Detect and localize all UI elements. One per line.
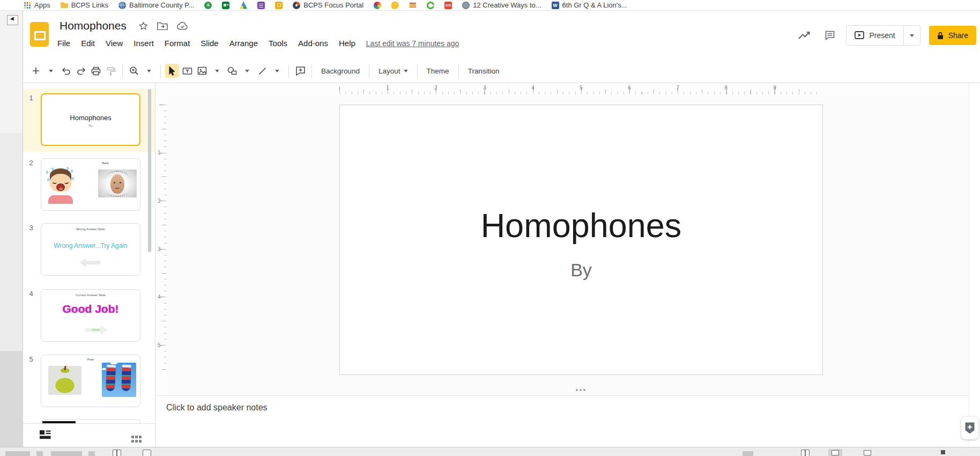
ruler-number: 9 — [773, 85, 776, 91]
proofing-icon[interactable] — [113, 450, 121, 456]
gray-circle-icon — [462, 2, 470, 9]
chevron-down-icon — [245, 70, 249, 75]
focus-portal-icon — [293, 2, 300, 9]
star-button[interactable] — [138, 21, 149, 31]
menu-insert[interactable]: Insert — [128, 36, 159, 50]
slide-thumbnail-3[interactable]: Wrong Answer Slide Wrong Answer...Try Ag… — [41, 223, 140, 276]
menu-edit[interactable]: Edit — [76, 36, 100, 50]
tear-drops — [46, 171, 48, 174]
filmstrip-view-icon — [39, 430, 52, 439]
bookmark-icon-only-7[interactable] — [391, 2, 399, 9]
current-slide[interactable]: Homophones By — [339, 105, 823, 375]
zoom-button[interactable] — [127, 64, 141, 78]
insert-image-button[interactable] — [195, 64, 209, 78]
undo-button[interactable] — [59, 64, 73, 78]
print-layout-button[interactable] — [828, 449, 842, 456]
bookmark-icon-only-9[interactable] — [427, 2, 434, 9]
bald-man-image — [98, 170, 137, 197]
activity-dashboard-button[interactable] — [796, 29, 814, 42]
layout-button[interactable]: Layout — [373, 64, 413, 78]
zoom-control-stub[interactable] — [941, 450, 945, 454]
comment-history-button[interactable] — [822, 28, 837, 43]
bookmark-apps[interactable]: Apps — [24, 1, 50, 9]
menu-slide[interactable]: Slide — [195, 36, 224, 50]
globe-icon — [118, 2, 126, 9]
slide-thumbnail-4[interactable]: Correct Answer Slide Good Job! — [41, 289, 140, 342]
menu-arrange[interactable]: Arrange — [224, 36, 263, 50]
slide-subtitle-textbox[interactable]: By — [340, 260, 822, 281]
menu-help[interactable]: Help — [333, 36, 361, 50]
theme-button[interactable]: Theme — [421, 64, 455, 78]
ruler-ticks — [159, 105, 167, 375]
present-options-caret[interactable] — [903, 26, 920, 45]
zoom-icon — [129, 66, 139, 76]
right-rail — [969, 83, 980, 447]
bookmark-icon-only-8[interactable] — [409, 2, 417, 9]
slide-title-textbox[interactable]: Homophones — [340, 206, 822, 245]
trending-up-icon — [798, 31, 812, 40]
bookmark-icon-only-1[interactable] — [204, 2, 212, 9]
status-icon[interactable] — [143, 450, 151, 456]
bookmark-icon-only-4[interactable] — [257, 2, 265, 9]
filmstrip-view-button[interactable] — [39, 430, 52, 442]
toolbar-separator — [369, 64, 369, 78]
paint-format-button[interactable] — [104, 64, 118, 78]
slides-logo[interactable] — [30, 22, 49, 47]
toolbar-separator — [417, 64, 418, 78]
panel-expander-button[interactable] — [7, 15, 18, 25]
bookmark-icon-only-6[interactable] — [374, 2, 381, 9]
speaker-notes-panel[interactable]: Click to add speaker notes — [155, 395, 980, 447]
text-box-button[interactable] — [180, 64, 194, 78]
last-edit-link[interactable]: Last edit was 7 minutes ago — [366, 39, 459, 48]
redo-button[interactable] — [74, 64, 88, 78]
notes-resize-handle[interactable] — [576, 389, 578, 391]
bookmark-icon-only-5[interactable] — [275, 2, 283, 9]
bookmark-bcps-links[interactable]: BCPS Links — [61, 1, 108, 9]
extension-flyout-button[interactable] — [961, 417, 978, 439]
insert-shape-button[interactable] — [225, 64, 239, 78]
shape-caret[interactable] — [240, 64, 254, 78]
bookmark-sfe[interactable]: SFE — [444, 2, 452, 9]
slide-thumbnail-5[interactable]: Pear — [41, 355, 140, 407]
line-caret[interactable] — [270, 64, 284, 78]
speaker-notes-placeholder[interactable]: Click to add speaker notes — [155, 396, 980, 413]
slide-number: 1 — [23, 94, 39, 102]
menu-file[interactable]: File — [52, 36, 76, 50]
menu-tools[interactable]: Tools — [263, 36, 293, 50]
insert-line-button[interactable] — [255, 64, 269, 78]
sfe-icon: SFE — [444, 2, 452, 9]
menu-format[interactable]: Format — [159, 36, 196, 50]
document-status-button[interactable] — [176, 21, 188, 30]
filmstrip-scrollbar[interactable] — [148, 89, 151, 252]
read-mode-button[interactable] — [801, 450, 810, 456]
bookmark-focus-portal[interactable]: BCPS Focus Portal — [293, 1, 363, 9]
select-tool-button[interactable] — [165, 64, 179, 78]
bookmark-baltimore-county[interactable]: Baltimore County P... — [118, 1, 194, 9]
move-to-folder-button[interactable] — [157, 21, 168, 30]
slide-thumbnail-6-partial[interactable] — [41, 419, 140, 423]
bookmark-word-doc[interactable]: W6th Gr Q & A Lion's... — [552, 1, 627, 9]
slide-number: 3 — [23, 224, 39, 232]
print-button[interactable] — [89, 64, 103, 78]
slide-thumbnail-2[interactable]: Bald — [41, 158, 140, 211]
bookmark-12-creative-ways[interactable]: 12 Creative Ways to... — [462, 1, 541, 9]
new-slide-caret[interactable] — [44, 64, 58, 78]
insert-comment-button[interactable] — [293, 64, 307, 78]
image-caret[interactable] — [210, 64, 224, 78]
thumb-heading: Wrong Answer Slide — [41, 227, 140, 231]
slide-thumbnail-1[interactable]: Homophones By — [41, 93, 140, 146]
apps-grid-icon — [24, 2, 31, 9]
bookmark-icon-only-3[interactable] — [240, 2, 247, 9]
new-slide-button[interactable] — [29, 64, 43, 78]
menu-addons[interactable]: Add-ons — [293, 36, 333, 50]
document-title[interactable]: Homophones — [60, 19, 127, 32]
present-button[interactable]: Present — [847, 26, 903, 45]
menu-view[interactable]: View — [100, 36, 128, 50]
zoom-caret[interactable] — [142, 64, 156, 78]
web-layout-button[interactable] — [860, 449, 874, 456]
bookmark-icon-only-2[interactable] — [222, 2, 229, 9]
transition-button[interactable]: Transition — [463, 64, 505, 78]
color-wheel-icon — [374, 2, 381, 9]
share-button[interactable]: Share — [929, 26, 976, 45]
background-button[interactable]: Background — [316, 64, 365, 78]
